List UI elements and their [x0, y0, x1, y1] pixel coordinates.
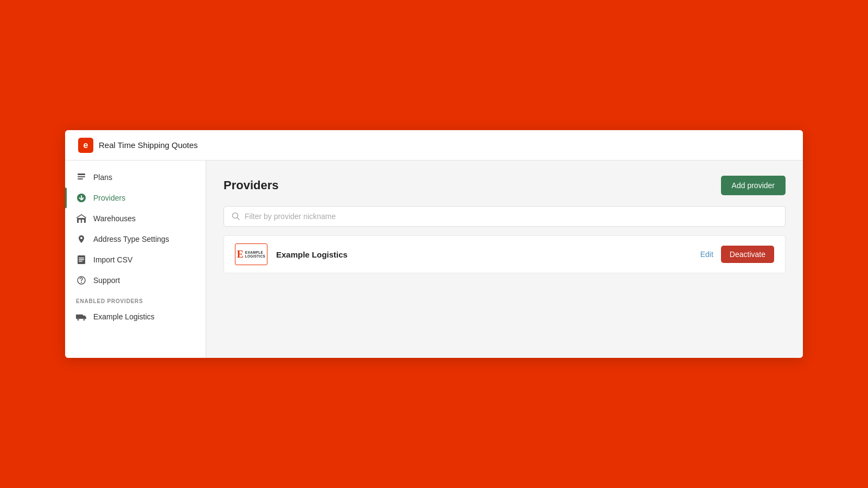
svg-rect-17 [76, 314, 83, 319]
provider-logo: E EXAMPLE LOGISTICS [235, 243, 267, 265]
enabled-providers-section-label: ENABLED PROVIDERS [65, 291, 206, 306]
app-header: e Real Time Shipping Quotes [65, 130, 803, 160]
main-content: Providers Add provider E [206, 160, 803, 358]
sidebar-item-address-label: Address Type Settings [93, 235, 169, 243]
sidebar-item-import-csv[interactable]: Import CSV [65, 249, 206, 270]
main-header: Providers Add provider [224, 176, 786, 195]
svg-rect-9 [79, 258, 84, 259]
provider-logo-letter: E [237, 249, 244, 260]
provider-actions: Edit Deactivate [700, 246, 774, 263]
page-title: Providers [224, 178, 279, 192]
sidebar-item-plans[interactable]: Plans [65, 167, 206, 188]
plans-icon [76, 172, 87, 183]
app-body: Plans Providers [65, 160, 803, 358]
svg-point-15 [77, 319, 79, 321]
sidebar-item-warehouses-label: Warehouses [93, 214, 136, 223]
sidebar-enabled-example-logistics[interactable]: Example Logistics [65, 306, 206, 327]
sidebar-enabled-example-logistics-label: Example Logistics [93, 312, 155, 321]
svg-rect-0 [78, 174, 85, 175]
sidebar-item-address-type-settings[interactable]: Address Type Settings [65, 229, 206, 249]
app-title: Real Time Shipping Quotes [99, 140, 198, 150]
provider-left: E EXAMPLE LOGISTICS Example Logistics [235, 243, 348, 265]
sidebar-item-providers-label: Providers [93, 194, 125, 202]
svg-rect-2 [78, 178, 83, 179]
search-icon [232, 212, 240, 221]
sidebar-item-warehouses[interactable]: Warehouses [65, 208, 206, 229]
provider-logo-inner: E EXAMPLE LOGISTICS [237, 249, 265, 260]
svg-point-13 [81, 282, 82, 283]
app-window: e Real Time Shipping Quotes Plans [65, 130, 803, 358]
address-icon [76, 234, 87, 245]
sidebar-item-support-label: Support [93, 276, 120, 285]
support-icon [76, 275, 87, 286]
sidebar-item-plans-label: Plans [93, 173, 112, 182]
svg-rect-4 [77, 218, 86, 223]
svg-rect-6 [82, 220, 84, 223]
svg-rect-1 [78, 176, 85, 177]
search-input[interactable] [245, 212, 777, 221]
svg-rect-10 [79, 259, 84, 260]
search-box[interactable] [224, 206, 786, 227]
providers-icon [76, 192, 87, 203]
sidebar-item-support[interactable]: Support [65, 270, 206, 291]
svg-rect-5 [79, 220, 81, 223]
truck-icon [76, 311, 87, 322]
sidebar-item-providers[interactable]: Providers [65, 188, 206, 208]
svg-point-7 [80, 237, 82, 239]
import-csv-icon [76, 254, 87, 265]
provider-logo-text: EXAMPLE LOGISTICS [245, 251, 265, 258]
provider-name: Example Logistics [276, 250, 348, 259]
warehouses-icon [76, 213, 87, 224]
svg-point-16 [83, 319, 85, 321]
app-logo: e [78, 138, 93, 153]
svg-rect-11 [79, 261, 82, 262]
sidebar: Plans Providers [65, 160, 206, 358]
add-provider-button[interactable]: Add provider [721, 176, 786, 195]
provider-row: E EXAMPLE LOGISTICS Example Logistics Ed… [224, 235, 786, 273]
sidebar-item-import-csv-label: Import CSV [93, 255, 132, 264]
deactivate-button[interactable]: Deactivate [721, 246, 774, 263]
edit-link[interactable]: Edit [700, 250, 713, 259]
